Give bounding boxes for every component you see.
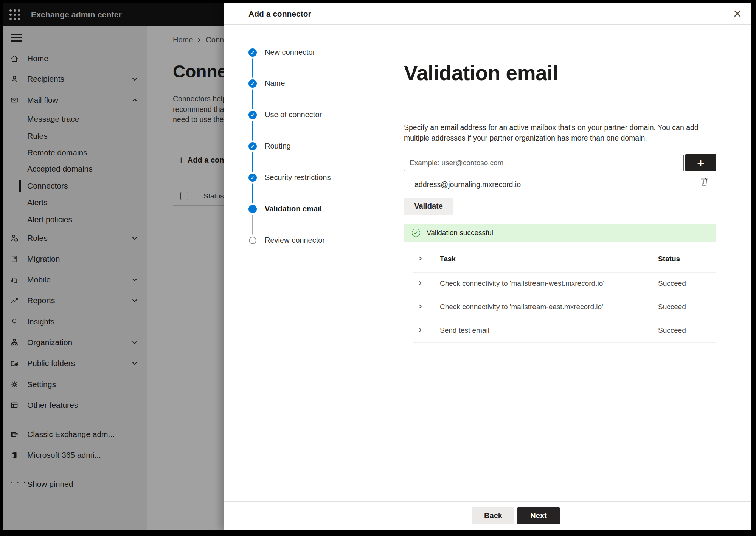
delete-address-button[interactable] bbox=[699, 177, 709, 187]
row-expand-chevron-icon[interactable] bbox=[418, 280, 423, 286]
app-window: Exchange admin center Home Recipients Ma… bbox=[3, 3, 751, 530]
step-connector-line bbox=[252, 152, 253, 172]
step-routing-check-icon[interactable]: ✓ bbox=[248, 142, 257, 150]
back-button[interactable]: Back bbox=[472, 507, 514, 524]
flyout-header: Add a connector × bbox=[224, 3, 751, 25]
step-security-restrictions-check-icon[interactable]: ✓ bbox=[248, 174, 257, 182]
step-new-connector-check-icon[interactable]: ✓ bbox=[248, 48, 257, 57]
expand-all-chevron-icon[interactable] bbox=[418, 256, 423, 262]
step-connector-line bbox=[252, 121, 253, 141]
status-cell: Succeed bbox=[658, 326, 686, 335]
step-connector-line bbox=[252, 89, 253, 109]
table-divider bbox=[413, 342, 716, 343]
row-expand-chevron-icon[interactable] bbox=[418, 304, 423, 310]
modal-dim-overlay bbox=[3, 3, 224, 530]
validation-success-banner: ✓ Validation successful bbox=[404, 224, 716, 242]
trash-icon bbox=[700, 177, 709, 186]
step-use-of-connector-check-icon[interactable]: ✓ bbox=[248, 111, 257, 119]
address-row-divider bbox=[404, 193, 716, 193]
table-divider bbox=[413, 272, 716, 273]
wizard-step-content: Validation email Specify an email addres… bbox=[379, 25, 751, 501]
success-check-icon: ✓ bbox=[412, 229, 420, 237]
email-address-input[interactable] bbox=[404, 155, 684, 171]
step-review-connector[interactable]: Review connector bbox=[265, 236, 325, 245]
step-page-title: Validation email bbox=[404, 61, 558, 85]
status-cell: Succeed bbox=[658, 303, 686, 311]
step-page-description: Specify an email address for an active m… bbox=[404, 122, 699, 143]
step-connector-line bbox=[252, 215, 253, 235]
step-use-of-connector[interactable]: Use of connector bbox=[265, 110, 322, 119]
row-expand-chevron-icon[interactable] bbox=[418, 327, 423, 333]
step-review-connector-circle-icon[interactable] bbox=[249, 237, 256, 244]
step-routing[interactable]: Routing bbox=[265, 142, 291, 150]
wizard-steps-nav: ✓ New connector ✓ Name ✓ Use of connecto… bbox=[224, 25, 379, 501]
step-new-connector[interactable]: New connector bbox=[265, 48, 315, 57]
step-validation-email-dot-icon[interactable] bbox=[248, 205, 257, 213]
flyout-title: Add a connector bbox=[248, 3, 311, 25]
status-cell: Succeed bbox=[658, 279, 686, 288]
step-validation-email[interactable]: Validation email bbox=[265, 204, 322, 213]
next-button[interactable]: Next bbox=[517, 507, 560, 524]
add-connector-flyout: Add a connector × ✓ New connector ✓ Name… bbox=[224, 3, 751, 530]
table-divider bbox=[413, 319, 716, 319]
task-cell: Send test email bbox=[440, 326, 489, 335]
add-address-button[interactable]: + bbox=[685, 154, 716, 171]
banner-text: Validation successful bbox=[427, 229, 493, 237]
table-divider bbox=[413, 296, 716, 296]
step-security-restrictions[interactable]: Security restrictions bbox=[265, 173, 331, 182]
plus-icon: + bbox=[697, 156, 705, 170]
column-header-task: Task bbox=[440, 255, 456, 263]
step-name[interactable]: Name bbox=[265, 79, 285, 88]
step-connector-line bbox=[252, 58, 253, 78]
task-cell: Check connectivity to 'mailstream-east.m… bbox=[440, 303, 603, 311]
close-icon[interactable]: × bbox=[733, 5, 742, 23]
column-header-status: Status bbox=[658, 255, 680, 263]
step-connector-line bbox=[252, 183, 253, 203]
step-name-check-icon[interactable]: ✓ bbox=[248, 79, 257, 88]
task-cell: Check connectivity to 'mailstream-west.m… bbox=[440, 279, 604, 288]
validate-button[interactable]: Validate bbox=[404, 198, 453, 215]
added-address-text: address@journaling.mxrecord.io bbox=[414, 180, 521, 189]
flyout-footer: Back Next bbox=[224, 501, 751, 530]
